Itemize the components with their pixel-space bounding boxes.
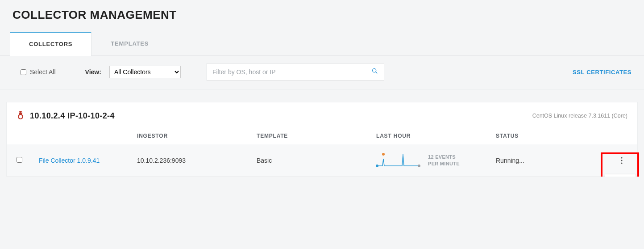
table-row: File Collector 1.0.9.41 10.10.2.236:9093… (7, 144, 637, 176)
linux-icon (17, 110, 25, 121)
col-header-lasthour: LAST HOUR (376, 133, 496, 139)
svg-line-1 (376, 72, 377, 73)
host-card: 10.10.2.4 IP-10-10-2-4 CentOS Linux rele… (6, 102, 638, 177)
events-unit: PER MINUTE (428, 160, 460, 167)
svg-point-10 (621, 157, 622, 158)
tab-collectors[interactable]: COLLECTORS (10, 32, 91, 56)
host-title: 10.10.2.4 IP-10-10-2-4 (30, 111, 115, 121)
sparkline-meta: 12 EVENTS PER MINUTE (428, 154, 460, 167)
row-actions-kebab[interactable] (616, 155, 627, 166)
os-release: CentOS Linux release 7.3.1611 (Core) (532, 113, 627, 119)
kebab-icon (621, 157, 623, 164)
svg-point-5 (19, 112, 20, 113)
col-header-ingestor: INGESTOR (137, 133, 257, 139)
select-all-wrap[interactable]: Select All (21, 68, 56, 76)
svg-point-11 (621, 160, 622, 161)
tabs-row: COLLECTORS TEMPLATES (0, 32, 644, 56)
row-status: Running... (496, 157, 598, 164)
actions-menu: ACTIONS Stop Start Details (605, 174, 636, 177)
sparkline-icon (376, 151, 423, 170)
col-header-status: STATUS (496, 133, 598, 139)
select-all-label: Select All (30, 68, 56, 76)
select-all-checkbox[interactable] (21, 69, 26, 75)
collector-name-link[interactable]: File Collector 1.0.9.41 (39, 157, 100, 164)
column-headers: INGESTOR TEMPLATE LAST HOUR STATUS (7, 128, 637, 144)
search-icon[interactable] (371, 68, 378, 76)
row-checkbox[interactable] (17, 157, 22, 163)
filter-wrap[interactable] (207, 63, 384, 81)
svg-point-7 (376, 165, 378, 167)
svg-point-9 (418, 165, 420, 167)
svg-point-6 (21, 112, 22, 113)
tab-templates[interactable]: TEMPLATES (91, 32, 168, 55)
row-ingestor: 10.10.2.236:9093 (137, 157, 257, 164)
ssl-certificates-link[interactable]: SSL CERTIFICATES (573, 69, 632, 76)
sparkline-wrap: 12 EVENTS PER MINUTE (376, 151, 496, 170)
card-header: 10.10.2.4 IP-10-10-2-4 CentOS Linux rele… (7, 102, 637, 128)
page-title: COLLECTOR MANAGEMENT (0, 0, 644, 32)
svg-point-12 (621, 162, 622, 164)
events-count: 12 EVENTS (428, 154, 460, 160)
filter-input[interactable] (212, 68, 371, 76)
col-header-template: TEMPLATE (257, 133, 376, 139)
view-label: View: (85, 68, 101, 76)
svg-point-0 (373, 69, 376, 72)
toolbar: Select All View: All Collectors SSL CERT… (0, 56, 644, 89)
row-template: Basic (257, 157, 376, 164)
svg-point-8 (382, 153, 385, 156)
view-select[interactable]: All Collectors (109, 66, 181, 78)
svg-point-4 (19, 115, 22, 118)
